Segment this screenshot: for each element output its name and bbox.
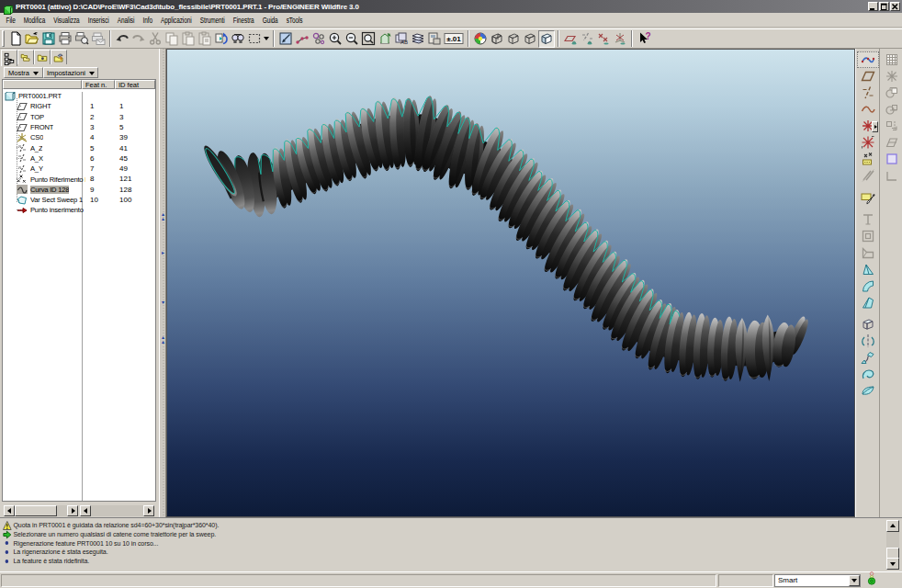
appearance-button[interactable]	[472, 30, 489, 48]
print-button[interactable]	[57, 30, 73, 48]
hidden-line-button[interactable]	[505, 30, 522, 48]
dropdown-caret[interactable]	[264, 37, 269, 40]
tree-hscrollbar-right[interactable]	[80, 505, 154, 516]
tree-item-label[interactable]: Punto inserimento	[30, 206, 84, 214]
use-edge-tool-button[interactable]	[857, 167, 879, 184]
menu-modifica[interactable]: Modifica	[19, 15, 50, 26]
extrude-tool-button[interactable]	[857, 316, 879, 333]
scroll-left-button[interactable]	[80, 505, 91, 516]
print-preview-button[interactable]	[73, 30, 90, 48]
tree-row[interactable]: FRONT	[3, 122, 155, 132]
tree-item-label[interactable]: Var Sect Sweep 1	[30, 196, 83, 204]
datum-axis-tool-button[interactable]	[857, 85, 879, 101]
paste-button[interactable]	[180, 30, 197, 48]
draft-tool-button[interactable]	[857, 261, 879, 277]
chamfer-tool-button[interactable]	[857, 294, 879, 311]
flyout-arrow[interactable]	[872, 121, 878, 132]
paste-feature-button[interactable]	[881, 101, 902, 118]
tree-item-label[interactable]: A_X	[30, 154, 43, 163]
maximize-button[interactable]	[879, 2, 889, 11]
pattern-feature-button[interactable]	[881, 151, 902, 167]
view-manager-button[interactable]	[426, 30, 443, 48]
sketch-tool-button[interactable]	[857, 189, 879, 206]
shell-tool-button[interactable]	[857, 228, 879, 244]
menu-guida[interactable]: Guida	[258, 15, 282, 26]
filter-dropdown-arrow[interactable]	[849, 575, 860, 586]
tree-impostazioni-dropdown[interactable]: Impostazioni	[43, 67, 98, 78]
new-file-button[interactable]	[7, 30, 24, 48]
scroll-left-button[interactable]	[4, 505, 15, 516]
menu-stools[interactable]: sTools	[282, 15, 307, 26]
selection-filter-dropdown[interactable]: Smart	[774, 574, 861, 587]
col-feat-n[interactable]: Feat n.	[82, 80, 115, 89]
tree-row[interactable]: CS0	[3, 132, 155, 142]
tree-row[interactable]: A_Z	[3, 142, 155, 153]
tree-item-label[interactable]: A_Y	[30, 164, 43, 173]
context-help-button[interactable]: ?	[636, 30, 652, 48]
col-id-feat[interactable]: ID feat	[115, 80, 155, 89]
zoom-in-button[interactable]	[327, 30, 344, 48]
menu-analisi[interactable]: Analisi	[113, 15, 139, 26]
sweep-tool-button[interactable]	[857, 349, 879, 366]
tree-item-label[interactable]: FRONT	[30, 123, 53, 131]
tree-row[interactable]: PRT0001.PRT	[3, 91, 155, 101]
sash-arrow-icon[interactable]: ▴▴	[160, 335, 166, 345]
tree-row[interactable]: A_X	[3, 153, 155, 164]
tree-mostra-dropdown[interactable]: Mostra	[4, 67, 43, 78]
datum-curve-tool-button[interactable]	[857, 101, 879, 118]
menu-file[interactable]: File	[2, 15, 19, 26]
tree-item-label[interactable]: PRT0001.PRT	[18, 92, 62, 100]
scroll-down-button[interactable]	[886, 558, 899, 570]
reorient-button[interactable]	[377, 30, 393, 48]
tree-row[interactable]: Punto Riferimento I	[3, 174, 155, 184]
copy-feature-button[interactable]	[881, 85, 902, 101]
spin-center-button[interactable]	[294, 30, 310, 48]
dim-tolerance-button[interactable]: ±.01	[443, 30, 465, 48]
menu-info[interactable]: Info	[139, 15, 157, 26]
saved-views-button[interactable]: AB	[393, 30, 410, 48]
menu-applicazioni[interactable]: Applicazioni	[156, 15, 196, 26]
merge-feature-button[interactable]	[881, 134, 902, 151]
refit-button[interactable]	[360, 30, 377, 48]
tree-row[interactable]: A_Y	[3, 164, 155, 174]
tree-item-label[interactable]: Curva ID 128	[30, 186, 69, 194]
menu-strumenti[interactable]: Strumenti	[196, 15, 229, 26]
tree-row[interactable]: RIGHT	[3, 101, 155, 111]
close-button[interactable]	[890, 2, 900, 11]
csys-display-button[interactable]	[612, 30, 628, 48]
menu-finestra[interactable]: Finestra	[229, 15, 258, 26]
panel-splitter[interactable]: ▴▴▸▾▴▴	[159, 49, 166, 517]
scroll-thumb[interactable]	[15, 505, 57, 516]
folder-browser-tab[interactable]	[34, 50, 51, 64]
tree-item-label[interactable]: Punto Riferimento I	[30, 175, 85, 184]
csys-tool-button[interactable]	[857, 134, 879, 151]
zoom-out-button[interactable]	[344, 30, 360, 48]
model-player-button[interactable]	[881, 51, 902, 68]
round-tool-button[interactable]	[857, 277, 879, 294]
datum-axis-display-button[interactable]	[579, 30, 595, 48]
tree-row[interactable]: Curva ID 128	[3, 185, 155, 195]
project-feature-button[interactable]	[881, 167, 902, 184]
graphics-viewport[interactable]	[166, 49, 855, 517]
minimize-button[interactable]	[868, 2, 878, 11]
blend-tool-button[interactable]	[857, 366, 879, 382]
menu-visualizza[interactable]: Visualizza	[50, 15, 84, 26]
copy-button[interactable]	[163, 30, 180, 48]
datum-point-display-button[interactable]	[595, 30, 612, 48]
tree-row[interactable]: Var Sect Sweep 1	[3, 195, 155, 205]
wireframe-button[interactable]	[489, 30, 505, 48]
shaded-button[interactable]	[538, 30, 555, 48]
menu-inserisci[interactable]: Inserisci	[84, 15, 113, 26]
datum-curve-points-button[interactable]	[857, 51, 879, 68]
scroll-right-button[interactable]	[67, 505, 78, 516]
revolve-tool-button[interactable]	[857, 333, 879, 349]
message-scrollbar[interactable]	[886, 520, 899, 570]
redraw-button[interactable]	[277, 30, 294, 48]
toolbar-grip[interactable]	[2, 30, 5, 47]
sketched-point-tool-button[interactable]	[857, 151, 879, 167]
tree-item-label[interactable]: RIGHT	[30, 102, 51, 110]
save-file-button[interactable]	[40, 30, 57, 48]
model-tree-tab[interactable]	[1, 50, 17, 66]
tree-row[interactable]: Punto inserimento	[3, 205, 155, 215]
tree-item-label[interactable]: A_Z	[30, 144, 42, 153]
